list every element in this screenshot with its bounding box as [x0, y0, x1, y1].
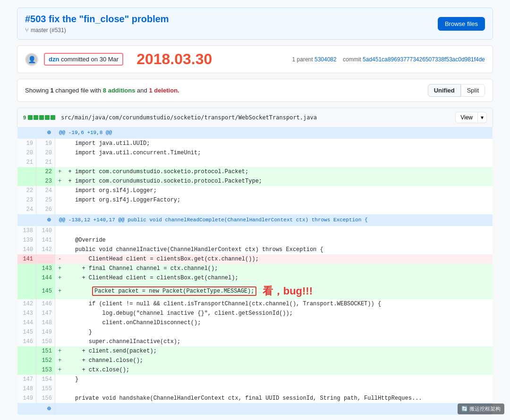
line-num-new: 140 [36, 226, 55, 235]
line-num-new: 141 [36, 235, 55, 245]
diff-marker: + [58, 275, 61, 281]
line-num-new: 24 [36, 186, 55, 195]
diff-row: 143147 log.debug("channel inactive {}", … [17, 309, 493, 318]
code-cell: + + channel.close(); [55, 356, 493, 365]
view-button[interactable]: View [455, 112, 478, 123]
code-cell: - ClientHead client = clientsBox.get(ctx… [55, 254, 493, 264]
diff-marker [58, 395, 61, 402]
parent-label: 1 parent [292, 56, 313, 63]
line-num-old: 24 [17, 205, 36, 214]
code-cell: super.channelInactive(ctx); [55, 337, 493, 346]
hunk-expand-icon-2[interactable]: ⊕ [17, 214, 55, 226]
line-num-new: 147 [36, 309, 55, 318]
commit-branch: ⑂ master (#531) [25, 26, 169, 34]
code-cell: public void channelInactive(ChannelHandl… [55, 245, 493, 254]
commit-header: #503 fix the "fin_close" problem ⑂ maste… [17, 8, 493, 40]
view-chevron-button[interactable]: ▾ [478, 112, 487, 123]
diff-marker [58, 197, 61, 203]
diff-marker [58, 376, 61, 383]
line-num-old: 148 [17, 384, 36, 394]
line-num-new: 151 [36, 346, 55, 356]
code-cell: } [55, 328, 493, 337]
code-cell: private void handshake(ChannelHandlerCon… [55, 394, 493, 403]
line-num-old [17, 167, 36, 176]
unified-button[interactable]: Unified [428, 84, 461, 97]
diff-row: 153+ + ctx.close(); [17, 365, 493, 375]
hunk-expand-icon-3[interactable]: ⊕ [17, 403, 55, 415]
line-num-new: 155 [36, 384, 55, 394]
line-num-new: 21 [36, 158, 55, 167]
line-num-old [17, 273, 36, 283]
line-num-old [17, 346, 36, 356]
line-num-new: 23 [36, 176, 55, 186]
code-cell [55, 226, 493, 235]
showing-label: Showing [25, 87, 49, 94]
bug-annotation: 看，bug!!! [256, 285, 313, 297]
line-num-old [17, 365, 36, 375]
browse-files-button[interactable]: Browse files [438, 17, 485, 31]
code-cell [55, 158, 493, 167]
author-name[interactable]: dzn [49, 56, 59, 63]
line-num-new: 146 [36, 299, 55, 309]
line-num-old: 147 [17, 375, 36, 384]
line-num-new: 26 [36, 205, 55, 214]
code-cell [55, 205, 493, 214]
stats-bar: Showing 1 changed file with 8 additions … [17, 79, 493, 102]
diff-row: 144148 client.onChannelDisconnect(); [17, 318, 493, 328]
line-num-new: 150 [36, 337, 55, 346]
line-num-old: 140 [17, 245, 36, 254]
diff-row: 151+ + client.send(packet); [17, 346, 493, 356]
hunk-expand-icon[interactable]: ⊕ [17, 127, 55, 139]
file-header: 9 src/main/java/com/corundumstudio/socke… [17, 108, 493, 127]
hunk-info-2: @@ -138,12 +140,17 @@ public void channe… [55, 214, 493, 226]
line-num-old: 144 [17, 318, 36, 328]
diff-row: 142146 if (client != null && client.isTr… [17, 299, 493, 309]
pill-5 [51, 115, 55, 120]
watermark-text: 🔄 搬运挖框架构 [461, 406, 501, 412]
author-info-box: dzn committed on 30 Mar [44, 53, 123, 66]
diff-marker [58, 386, 61, 392]
pill-4 [45, 115, 50, 120]
code-cell: import java.util.UUID; [55, 139, 493, 148]
commit-meta: 1 parent 5304082 commit 5ad451ca89693777… [292, 56, 485, 63]
branch-icon: ⑂ [25, 26, 29, 34]
code-cell: import org.slf4j.Logger; [55, 186, 493, 195]
parent-hash[interactable]: 5304082 [314, 56, 337, 63]
file-additions-count: 9 [23, 115, 26, 120]
line-num-new: 25 [36, 195, 55, 205]
view-toggle: Unified Split [428, 84, 485, 97]
diff-marker [58, 310, 61, 317]
code-cell: if (client != null && client.isTransport… [55, 299, 493, 309]
watermark: 🔄 搬运挖框架构 [458, 403, 504, 414]
line-num-old: 143 [17, 309, 36, 318]
and-label: and [137, 87, 147, 94]
line-num-new: 153 [36, 365, 55, 375]
hunk-info-1: @@ -19,6 +19,8 @@ [55, 127, 493, 139]
diff-row: 2020 import java.util.concurrent.TimeUni… [17, 148, 493, 158]
line-num-old: 19 [17, 139, 36, 148]
code-cell: + + client.send(packet); [55, 346, 493, 356]
diff-marker: + [58, 367, 61, 373]
line-num-new: 142 [36, 245, 55, 254]
diff-row: 145+ Packet packet = new Packet(PacketTy… [17, 283, 493, 299]
diff-marker [58, 140, 61, 147]
branch-name: master (#531) [31, 27, 66, 34]
commit-id[interactable]: #503 [25, 14, 46, 24]
diff-row: 23+ + import com.corundumstudio.socketio… [17, 176, 493, 186]
changed-label: changed file with [55, 87, 101, 94]
diff-row: 138140 [17, 226, 493, 235]
hunk-header-1: ⊕ @@ -19,6 +19,8 @@ [17, 127, 493, 139]
author-action: committed on [61, 56, 100, 63]
line-num-new: 149 [36, 328, 55, 337]
pill-1 [28, 115, 33, 120]
deletions-num: 1 [149, 87, 152, 94]
code-cell: + + ctx.close(); [55, 365, 493, 375]
split-button[interactable]: Split [461, 84, 485, 97]
diff-row: 2224 import org.slf4j.Logger; [17, 186, 493, 195]
additions-num: 8 [103, 87, 106, 94]
stats-text: Showing 1 changed file with 8 additions … [25, 87, 179, 94]
diff-row: 22+ + import com.corundumstudio.socketio… [17, 167, 493, 176]
author-bar: 👤 dzn committed on 30 Mar 2018.03.30 1 p… [17, 45, 493, 73]
diff-marker: + [58, 348, 61, 354]
diff-row: 141- ClientHead client = clientsBox.get(… [17, 254, 493, 264]
